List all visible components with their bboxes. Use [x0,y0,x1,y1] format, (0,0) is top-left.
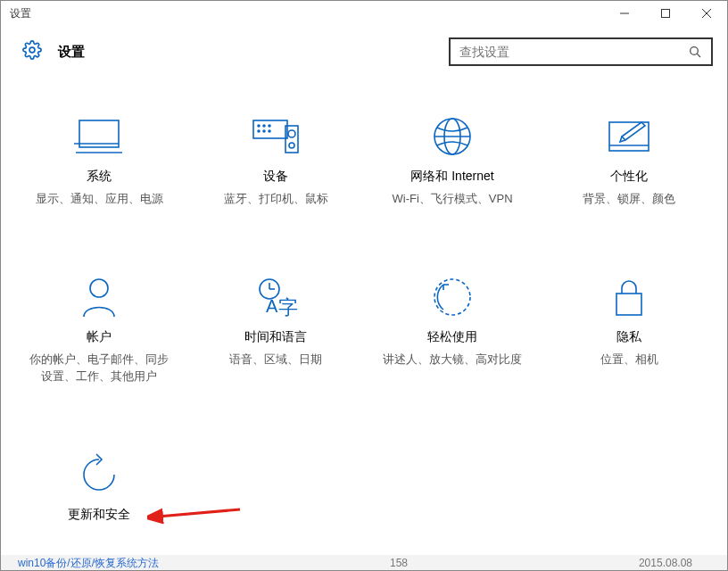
tile-title: 个性化 [610,169,648,185]
lock-icon [611,274,647,320]
tile-title: 帐户 [87,329,112,345]
ease-of-access-icon [431,274,474,320]
tile-system[interactable]: 系统 显示、通知、应用、电源 [15,113,183,208]
tile-grid: 系统 显示、通知、应用、电源 设备 蓝牙、打印机、鼠标 [15,113,713,528]
tile-desc: 语音、区域、日期 [229,351,322,368]
tile-accounts[interactable]: 帐户 你的帐户、电子邮件、同步设置、工作、其他用户 [15,274,183,385]
tile-privacy[interactable]: 隐私 位置、相机 [545,274,713,385]
minimize-icon [620,9,629,18]
svg-text:A: A [266,296,278,316]
tile-title: 时间和语言 [244,329,307,345]
tile-personalization[interactable]: 个性化 背景、锁屏、颜色 [545,113,713,208]
tile-title: 系统 [87,169,112,185]
update-icon [77,451,121,498]
svg-point-15 [263,130,265,132]
search-input[interactable] [451,45,679,59]
header: 设置 [1,26,727,78]
tile-time-language[interactable]: A 字 时间和语言 语音、区域、日期 [192,274,360,385]
page-title: 设置 [58,44,85,61]
svg-point-11 [258,125,260,127]
tile-title: 更新和安全 [68,507,130,523]
tile-desc: 背景、锁屏、颜色 [583,190,675,208]
tile-desc: 讲述人、放大镜、高对比度 [383,351,522,368]
window-controls [604,1,727,26]
svg-rect-1 [662,10,670,18]
tile-desc: 显示、通知、应用、电源 [36,190,163,208]
svg-rect-10 [253,120,287,138]
close-button[interactable] [686,1,727,26]
tile-ease-of-access[interactable]: 轻松使用 讲述人、放大镜、高对比度 [368,274,536,385]
tile-desc: 蓝牙、打印机、鼠标 [224,190,328,208]
title-bar: 设置 [1,1,727,26]
settings-window: 设置 设置 [0,0,728,571]
tile-update-security[interactable]: 更新和安全 [15,451,183,528]
svg-line-6 [697,54,700,57]
tile-desc: 位置、相机 [600,351,658,368]
svg-point-25 [90,279,108,297]
svg-point-13 [269,125,270,127]
tile-title: 设备 [263,169,288,185]
svg-point-18 [288,130,295,137]
maximize-button[interactable] [645,1,686,26]
header-left: 设置 [22,40,85,63]
tile-title: 隐私 [616,329,641,345]
gear-icon [22,40,42,63]
search-box[interactable] [449,37,713,66]
window-title: 设置 [10,6,31,21]
maximize-icon [661,9,670,18]
svg-point-14 [258,130,260,132]
search-button[interactable] [679,39,711,64]
tile-title: 轻松使用 [427,329,477,345]
svg-point-12 [263,125,265,127]
display-icon [74,113,124,160]
svg-point-19 [289,143,294,148]
devices-icon [250,113,302,160]
svg-rect-32 [616,294,641,315]
svg-point-4 [29,47,35,53]
tile-desc: 你的帐户、电子邮件、同步设置、工作、其他用户 [28,351,170,385]
person-icon [80,274,118,320]
svg-point-16 [269,130,270,132]
tile-title: 网络和 Internet [410,169,493,185]
search-icon [688,45,702,59]
tile-network[interactable]: 网络和 Internet Wi-Fi、飞行模式、VPN [368,113,536,208]
svg-rect-23 [609,122,649,151]
close-icon [702,9,711,18]
svg-point-31 [434,279,470,315]
globe-icon [431,113,474,160]
minimize-button[interactable] [604,1,645,26]
personalize-icon [606,113,652,160]
tile-devices[interactable]: 设备 蓝牙、打印机、鼠标 [192,113,360,208]
tile-desc: Wi-Fi、飞行模式、VPN [392,190,512,208]
svg-text:字: 字 [278,296,298,318]
content-area: 系统 显示、通知、应用、电源 设备 蓝牙、打印机、鼠标 [1,78,727,570]
svg-point-5 [691,47,699,55]
time-language-icon: A 字 [253,274,298,320]
